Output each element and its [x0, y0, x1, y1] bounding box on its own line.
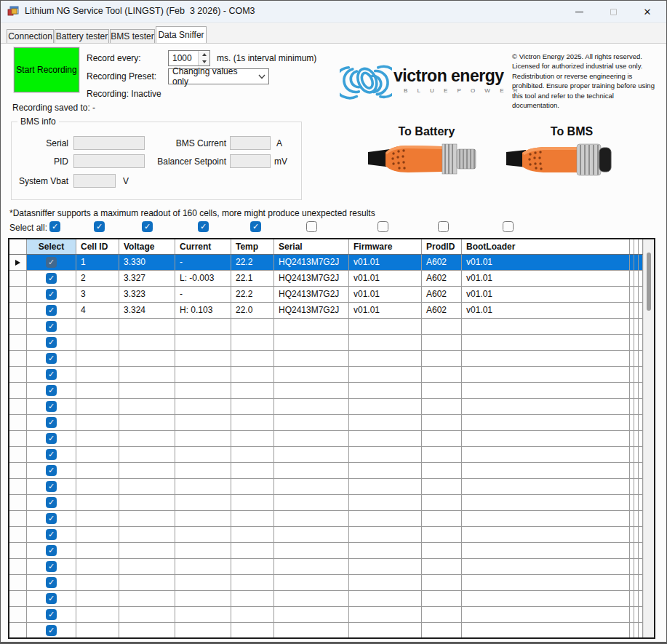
grid-cell[interactable]	[76, 335, 119, 350]
grid-cell[interactable]	[462, 591, 630, 606]
maximize-button[interactable]	[597, 1, 629, 23]
row-select-checkbox[interactable]: ✓	[46, 257, 57, 268]
grid-cell[interactable]	[422, 335, 462, 350]
select-cell[interactable]: ✓	[27, 591, 76, 606]
grid-cell[interactable]	[462, 447, 630, 462]
row-header[interactable]	[9, 479, 27, 494]
grid-cell[interactable]	[119, 335, 175, 350]
grid-cell[interactable]	[422, 543, 462, 558]
grid-cell[interactable]: 3	[76, 287, 119, 302]
spin-up-button[interactable]	[199, 51, 209, 58]
col-header-firmware[interactable]: Firmware	[349, 239, 422, 254]
grid-cell[interactable]: v01.01	[462, 303, 630, 318]
grid-cell[interactable]	[231, 495, 274, 510]
select-cell[interactable]: ✓	[27, 607, 76, 622]
grid-cell[interactable]	[462, 543, 630, 558]
grid-cell[interactable]	[422, 623, 462, 638]
select-cell[interactable]: ✓	[27, 623, 76, 638]
row-header[interactable]	[9, 415, 27, 430]
grid-cell[interactable]	[349, 447, 422, 462]
row-header[interactable]	[9, 303, 27, 318]
table-row[interactable]: ✓23.327L: -0.00322.1HQ2413M7G2Jv01.01A60…	[9, 271, 654, 287]
recording-preset-dropdown[interactable]: Changing values only	[168, 68, 269, 84]
grid-cell[interactable]: A602	[422, 255, 462, 270]
grid-cell[interactable]	[274, 447, 349, 462]
grid-cell[interactable]	[175, 431, 231, 446]
col-header-select[interactable]: Select	[27, 239, 76, 254]
grid-cell[interactable]	[274, 623, 349, 638]
grid-cell[interactable]	[422, 383, 462, 398]
grid-cell[interactable]	[274, 463, 349, 478]
grid-cell[interactable]	[274, 591, 349, 606]
grid-cell[interactable]	[274, 527, 349, 542]
row-select-checkbox[interactable]: ✓	[46, 273, 57, 284]
grid-cell[interactable]	[175, 479, 231, 494]
select-cell[interactable]: ✓	[27, 319, 76, 334]
grid-cell[interactable]	[462, 495, 630, 510]
table-row[interactable]: ✓	[9, 479, 654, 495]
grid-cell[interactable]	[422, 399, 462, 414]
grid-cell[interactable]	[274, 495, 349, 510]
select-cell[interactable]: ✓	[27, 287, 76, 302]
row-header[interactable]	[9, 319, 27, 334]
grid-cell[interactable]	[422, 447, 462, 462]
grid-cell[interactable]	[119, 511, 175, 526]
grid-cell[interactable]	[274, 335, 349, 350]
row-header[interactable]	[9, 287, 27, 302]
grid-cell[interactable]	[349, 319, 422, 334]
select-all-checkbox-9[interactable]	[503, 221, 514, 232]
grid-cell[interactable]	[231, 335, 274, 350]
row-select-checkbox[interactable]: ✓	[46, 609, 57, 620]
select-cell[interactable]: ✓	[27, 255, 76, 270]
grid-cell[interactable]: HQ2413M7G2J	[274, 303, 349, 318]
table-row[interactable]: ✓	[9, 319, 654, 335]
grid-cell[interactable]	[231, 607, 274, 622]
row-header[interactable]	[9, 607, 27, 622]
grid-cell[interactable]	[231, 319, 274, 334]
select-cell[interactable]: ✓	[27, 463, 76, 478]
grid-cell[interactable]: 3.323	[119, 287, 175, 302]
grid-cell[interactable]	[119, 415, 175, 430]
close-button[interactable]: ✕	[631, 1, 663, 23]
table-row[interactable]: ✓	[9, 559, 654, 575]
grid-cell[interactable]	[76, 559, 119, 574]
row-header[interactable]	[9, 383, 27, 398]
grid-cell[interactable]	[175, 559, 231, 574]
grid-cell[interactable]	[231, 623, 274, 638]
grid-cell[interactable]	[274, 399, 349, 414]
row-select-checkbox[interactable]: ✓	[46, 529, 57, 540]
grid-cell[interactable]	[76, 399, 119, 414]
grid-cell[interactable]	[119, 479, 175, 494]
grid-cell[interactable]	[119, 527, 175, 542]
row-select-checkbox[interactable]: ✓	[46, 401, 57, 412]
grid-cell[interactable]	[422, 575, 462, 590]
grid-cell[interactable]	[76, 575, 119, 590]
select-cell[interactable]: ✓	[27, 271, 76, 286]
grid-cell[interactable]: v01.01	[462, 255, 630, 270]
grid-cell[interactable]	[175, 543, 231, 558]
select-all-checkbox-4[interactable]: ✓	[198, 221, 209, 232]
grid-cell[interactable]	[119, 431, 175, 446]
table-row[interactable]: ✓	[9, 351, 654, 367]
row-select-checkbox[interactable]: ✓	[46, 465, 57, 476]
table-row[interactable]: ✓	[9, 431, 654, 447]
grid-cell[interactable]	[274, 511, 349, 526]
grid-cell[interactable]: 3.330	[119, 255, 175, 270]
row-select-checkbox[interactable]: ✓	[46, 449, 57, 460]
row-header[interactable]	[9, 351, 27, 366]
grid-cell[interactable]	[462, 431, 630, 446]
row-select-checkbox[interactable]: ✓	[46, 385, 57, 396]
row-header[interactable]	[9, 511, 27, 526]
table-row[interactable]: ✓	[9, 527, 654, 543]
grid-cell[interactable]	[349, 575, 422, 590]
row-select-checkbox[interactable]: ✓	[46, 417, 57, 428]
select-all-checkbox-6[interactable]	[306, 221, 317, 232]
table-row[interactable]: ✓	[9, 383, 654, 399]
grid-cell[interactable]	[274, 431, 349, 446]
grid-cell[interactable]	[274, 575, 349, 590]
table-row[interactable]: ✓	[9, 511, 654, 527]
grid-cell[interactable]	[274, 319, 349, 334]
row-header[interactable]	[9, 271, 27, 286]
grid-cell[interactable]	[349, 367, 422, 382]
grid-cell[interactable]	[119, 463, 175, 478]
